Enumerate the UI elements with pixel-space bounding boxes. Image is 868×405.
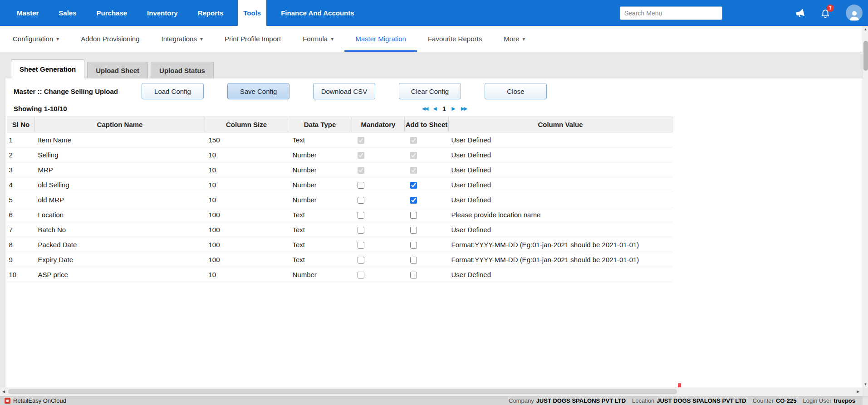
table-row: 9 Expiry Date 100 Text Format:YYYY-MM-DD…: [7, 252, 672, 267]
table-row: 10 ASP price 10 Number User Defined: [7, 267, 672, 282]
search-menu-input[interactable]: [620, 6, 722, 20]
scroll-up-icon[interactable]: ▲: [863, 26, 868, 33]
login-user-value: truepos: [834, 397, 855, 404]
nav-item-purchase[interactable]: Purchase: [91, 0, 133, 26]
cell-column-value: User Defined: [449, 147, 672, 162]
download-csv-button[interactable]: Download CSV: [313, 83, 375, 99]
tab-upload-sheet[interactable]: Upload Sheet: [87, 62, 148, 78]
add-to-sheet-checkbox[interactable]: [410, 182, 417, 189]
save-config-button[interactable]: Save Config: [227, 83, 289, 99]
cell-sl-no: 8: [7, 237, 35, 252]
scroll-left-icon[interactable]: ◀: [0, 390, 7, 394]
nav-item-inventory[interactable]: Inventory: [142, 0, 183, 26]
cell-caption-name: Selling: [35, 147, 205, 162]
cell-column-size: 150: [205, 132, 288, 147]
cell-mandatory: [352, 132, 405, 147]
company-value: JUST DOGS SPALONS PVT LTD: [536, 397, 626, 404]
first-page-icon[interactable]: ◀◀: [422, 106, 427, 111]
subnav-label: Master Migration: [355, 35, 406, 43]
login-user-label: Login User: [803, 397, 831, 404]
mandatory-checkbox[interactable]: [358, 212, 364, 219]
subnav-item-integrations[interactable]: Integrations ▾: [151, 26, 214, 52]
last-page-icon[interactable]: ▶▶: [461, 106, 467, 111]
location-label: Location: [632, 397, 654, 404]
load-config-button[interactable]: Load Config: [142, 83, 204, 99]
cell-sl-no: 10: [7, 267, 35, 282]
showing-row: Showing 1-10/10 ◀◀ ◀ 1 ▶ ▶▶: [5, 102, 863, 115]
nav-item-finance-and-accounts[interactable]: Finance And Accounts: [275, 0, 359, 26]
mandatory-checkbox[interactable]: [358, 197, 364, 204]
horizontal-scroll-thumb[interactable]: [8, 389, 677, 394]
vertical-scrollbar[interactable]: ▲ ▼: [863, 26, 868, 388]
announcement-icon[interactable]: [794, 7, 806, 19]
location-value: JUST DOGS SPALONS PVT LTD: [657, 397, 746, 404]
cell-caption-name: old Selling: [35, 177, 205, 192]
scroll-right-icon[interactable]: ▶: [854, 390, 862, 394]
close-button[interactable]: Close: [485, 83, 547, 99]
add-to-sheet-checkbox[interactable]: [410, 227, 417, 234]
tab-sheet-generation[interactable]: Sheet Generation: [11, 59, 84, 78]
cell-column-value: User Defined: [449, 162, 672, 177]
cell-caption-name: Batch No: [35, 222, 205, 237]
nav-item-tools[interactable]: Tools: [238, 0, 266, 26]
add-to-sheet-checkbox[interactable]: [410, 242, 417, 249]
cell-sl-no: 3: [7, 162, 35, 177]
cell-sl-no: 7: [7, 222, 35, 237]
cell-add-to-sheet: [405, 132, 449, 147]
table-row: 3 MRP 10 Number User Defined: [7, 162, 672, 177]
megaphone-glyph: [794, 7, 806, 19]
subnav-item-addon-provisioning[interactable]: Addon Provisioning: [70, 26, 150, 52]
mandatory-checkbox[interactable]: [358, 242, 364, 249]
nav-item-reports[interactable]: Reports: [192, 0, 229, 26]
subnav-item-master-migration[interactable]: Master Migration: [344, 26, 417, 52]
mandatory-checkbox[interactable]: [358, 152, 364, 159]
notification-bell-icon[interactable]: 7: [820, 8, 830, 18]
subnav-label: Print Profile Import: [225, 35, 281, 43]
mandatory-checkbox[interactable]: [358, 167, 364, 174]
cell-column-size: 100: [205, 252, 288, 267]
previous-page-icon[interactable]: ◀: [433, 106, 436, 111]
cell-add-to-sheet: [405, 267, 449, 282]
mandatory-checkbox[interactable]: [358, 137, 364, 144]
table-row: 6 Location 100 Text Please provide locat…: [7, 207, 672, 222]
vertical-scroll-thumb[interactable]: [863, 41, 868, 71]
add-to-sheet-checkbox[interactable]: [410, 212, 417, 219]
subnav-item-formula[interactable]: Formula ▾: [292, 26, 344, 52]
clear-config-button[interactable]: Clear Config: [399, 83, 461, 99]
sheet-generation-panel: Master :: Change Selling Upload Load Con…: [5, 78, 863, 387]
mandatory-checkbox[interactable]: [358, 227, 364, 234]
table-row: 7 Batch No 100 Text User Defined: [7, 222, 672, 237]
subnav-item-configuration[interactable]: Configuration ▾: [2, 26, 70, 52]
mandatory-checkbox[interactable]: [358, 257, 364, 263]
user-avatar[interactable]: [846, 5, 863, 21]
cell-column-value: Format:YYYY-MM-DD (Eg:01-jan-2021 should…: [449, 252, 672, 267]
tab-upload-status[interactable]: Upload Status: [151, 62, 214, 78]
nav-item-master[interactable]: Master: [11, 0, 44, 26]
subnav-item-favourite-reports[interactable]: Favourite Reports: [417, 26, 493, 52]
mandatory-checkbox[interactable]: [358, 272, 364, 278]
cell-column-value: Format:YYYY-MM-DD (Eg:01-jan-2021 should…: [449, 237, 672, 252]
cell-sl-no: 1: [7, 132, 35, 147]
scroll-down-icon[interactable]: ▼: [863, 381, 868, 388]
cell-sl-no: 2: [7, 147, 35, 162]
subnav-label: Integrations: [162, 35, 197, 43]
subnav-item-more[interactable]: More ▾: [493, 26, 536, 52]
mandatory-checkbox[interactable]: [358, 182, 364, 189]
add-to-sheet-checkbox[interactable]: [410, 152, 417, 159]
table-row: 5 old MRP 10 Number User Defined: [7, 192, 672, 207]
add-to-sheet-checkbox[interactable]: [410, 272, 417, 278]
next-page-icon[interactable]: ▶: [451, 106, 455, 111]
add-to-sheet-checkbox[interactable]: [410, 197, 417, 204]
current-page-number[interactable]: 1: [442, 105, 446, 112]
cell-data-type: Number: [288, 147, 352, 162]
subnav-item-print-profile-import[interactable]: Print Profile Import: [214, 26, 292, 52]
cell-column-size: 10: [205, 267, 288, 282]
topnav-right-cluster: 7: [620, 0, 868, 26]
action-row: Master :: Change Selling Upload Load Con…: [5, 78, 863, 102]
cell-caption-name: Location: [35, 207, 205, 222]
add-to-sheet-checkbox[interactable]: [410, 167, 417, 174]
add-to-sheet-checkbox[interactable]: [410, 137, 417, 144]
nav-item-sales[interactable]: Sales: [53, 0, 82, 26]
add-to-sheet-checkbox[interactable]: [410, 257, 417, 263]
horizontal-scrollbar[interactable]: ◀ ▶: [0, 387, 863, 396]
